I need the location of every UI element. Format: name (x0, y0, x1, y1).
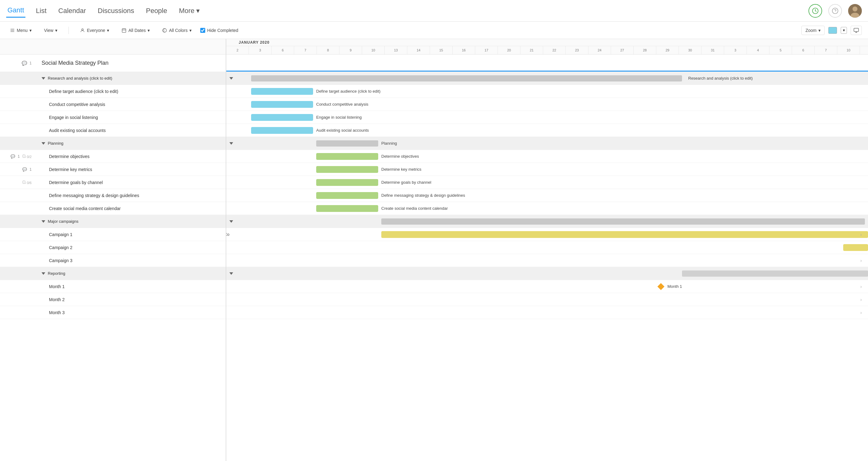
day-cell-6: 6 (792, 46, 815, 54)
project-comment-icon[interactable]: 💬 (22, 61, 27, 66)
help-icon[interactable] (828, 4, 842, 18)
day-cell-21: 21 (521, 46, 543, 54)
task-audit: Audit existing social accounts (34, 128, 226, 133)
nav-discussions[interactable]: Discussions (96, 4, 135, 18)
define-target-gantt-label: Define target audience (click to edit) (316, 89, 380, 94)
month2-expand[interactable]: › (860, 297, 862, 302)
month-row: JANUARY 2020 (226, 39, 868, 46)
messaging-gantt-label: Define messaging strategy & design guide… (381, 193, 465, 198)
task-month3: Month 3 (34, 310, 226, 315)
planning-label[interactable]: Planning (34, 141, 226, 146)
gantt-goals-channel-row: Determine goals by channel (226, 176, 868, 189)
goals-channel-bar (316, 179, 378, 186)
task-row-audit: Audit existing social accounts (0, 124, 226, 137)
group-campaigns: Major campaigns (0, 215, 226, 228)
task-goals-channel: Determine goals by channel (34, 180, 226, 185)
research-toggle-icon[interactable] (41, 77, 45, 79)
campaigns-toggle-icon[interactable] (41, 220, 45, 223)
all-dates-button[interactable]: All Dates ▾ (118, 26, 153, 35)
menu-button[interactable]: Menu ▾ (6, 26, 35, 35)
research-name: Research and analysis (click to edit) (48, 76, 112, 80)
svg-point-9 (82, 29, 83, 30)
gantt-objectives-row: Determine objectives (226, 150, 868, 163)
month3-expand[interactable]: › (860, 310, 862, 315)
task-competitive: Conduct competitive analysis (34, 102, 226, 107)
campaign1-bar (381, 231, 868, 238)
clock-icon[interactable] (808, 4, 822, 18)
planning-gantt-toggle[interactable] (229, 142, 233, 145)
campaigns-label[interactable]: Major campaigns (34, 219, 226, 224)
task-row-campaign3: Campaign 3 (0, 254, 226, 267)
content-calendar-bar (316, 205, 378, 212)
gantt-planning-group: Planning (226, 137, 868, 150)
gantt-project-row (226, 55, 868, 72)
nav-list[interactable]: List (35, 4, 48, 18)
task-row-social-listening: Engage in social listening (0, 111, 226, 124)
task-content-calendar: Create social media content calendar (34, 206, 226, 211)
month1-gantt-label: Month 1 (668, 284, 682, 289)
metrics-comment-icon[interactable]: 💬 (22, 167, 27, 172)
reporting-gantt-toggle[interactable] (229, 272, 233, 275)
goals-channel-gantt-label: Determine goals by channel (381, 180, 431, 185)
zoom-button[interactable]: Zoom ▾ (801, 26, 825, 35)
all-colors-button[interactable]: All Colors ▾ (158, 26, 195, 35)
svg-rect-10 (122, 29, 126, 32)
day-cell-28: 28 (633, 46, 656, 54)
swatch-dropdown[interactable]: ▾ (841, 27, 847, 34)
task-campaign3: Campaign 3 (34, 258, 226, 263)
separator-1 (68, 27, 69, 34)
day-cell-20: 20 (498, 46, 521, 54)
reporting-toggle-icon[interactable] (41, 272, 45, 275)
planning-toggle-icon[interactable] (41, 142, 45, 145)
day-cell-10: 10 (362, 46, 385, 54)
user-avatar[interactable] (848, 4, 862, 18)
gantt-reporting-group (226, 267, 868, 280)
task-campaign1: Campaign 1 (34, 232, 226, 237)
day-cell-7: 7 (815, 46, 837, 54)
gantt-define-target-row: Define target audience (click to edit) (226, 85, 868, 98)
view-button[interactable]: View ▾ (40, 26, 61, 35)
gantt-social-listening-row: Engage in social listening (226, 111, 868, 124)
month1-expand[interactable]: › (860, 284, 862, 289)
day-cell-24: 24 (588, 46, 611, 54)
toolbar-right: Zoom ▾ ▾ (801, 26, 862, 35)
gantt-content-calendar-row: Create social media content calendar (226, 202, 868, 215)
nav-calendar[interactable]: Calendar (57, 4, 87, 18)
svg-rect-15 (854, 28, 859, 32)
research-gantt-toggle[interactable] (229, 77, 233, 79)
task-month1: Month 1 (34, 284, 226, 289)
day-cell-3: 3 (724, 46, 747, 54)
nav-more[interactable]: More ▾ (178, 4, 201, 18)
campaign1-gantt-label: Co (226, 232, 229, 237)
task-row-campaign2: Campaign 2 (0, 241, 226, 254)
project-meta: 💬 1 (0, 61, 34, 66)
content-calendar-gantt-label: Create social media content calendar (381, 206, 448, 211)
task-row-month3: Month 3 (0, 306, 226, 319)
reporting-gantt-bar (682, 270, 868, 277)
day-cell-27: 27 (611, 46, 633, 54)
left-header (0, 39, 226, 55)
campaigns-gantt-toggle[interactable] (229, 220, 233, 223)
task-row-month1: Month 1 (0, 280, 226, 293)
day-cell-15: 15 (430, 46, 453, 54)
research-label[interactable]: Research and analysis (click to edit) (34, 76, 226, 81)
campaign1-expand[interactable]: › (860, 232, 862, 237)
reporting-name: Reporting (48, 271, 65, 276)
nav-gantt[interactable]: Gantt (6, 4, 25, 18)
day-cell-7: 7 (294, 46, 317, 54)
gantt-body: Research and analysis (click to edit) De… (226, 55, 868, 461)
color-swatch[interactable] (828, 27, 837, 34)
day-cell-29: 29 (656, 46, 679, 54)
group-research: Research and analysis (click to edit) (0, 72, 226, 85)
planning-name: Planning (48, 141, 64, 145)
reporting-label[interactable]: Reporting (34, 271, 226, 276)
nav-people[interactable]: People (145, 4, 168, 18)
objectives-comment-icon[interactable]: 💬 (10, 154, 15, 159)
task-row-messaging: Define messaging strategy & design guide… (0, 189, 226, 202)
campaign3-expand[interactable]: › (860, 258, 862, 263)
everyone-button[interactable]: Everyone ▾ (76, 26, 113, 35)
left-panel: 💬 1 Social Media Strategy Plan Research … (0, 39, 226, 461)
hide-completed-checkbox[interactable]: Hide Completed (200, 28, 238, 33)
gantt-key-metrics-row: Determine key metrics (226, 163, 868, 176)
presentation-icon[interactable] (850, 26, 862, 35)
